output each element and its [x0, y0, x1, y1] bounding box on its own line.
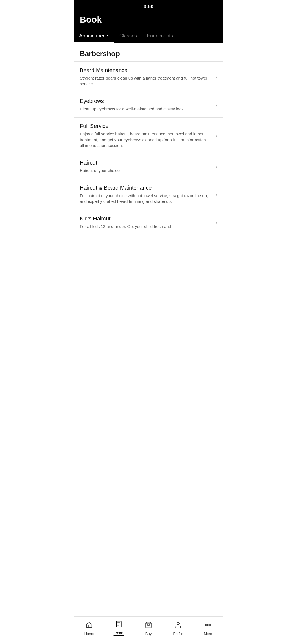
status-time: 3:50	[144, 4, 153, 9]
nav-buy[interactable]: Buy	[134, 620, 163, 637]
profile-icon	[175, 621, 182, 631]
list-item[interactable]: Kid's Haircut For all kids 12 and under.…	[74, 210, 223, 235]
chevron-right-icon: ›	[215, 102, 217, 108]
service-list: Beard Maintenance Straight razor beard c…	[74, 61, 223, 235]
list-item[interactable]: Eyebrows Clean up eyebrows for a well-ma…	[74, 92, 223, 117]
service-name: Kid's Haircut	[80, 215, 211, 222]
header: Book	[74, 12, 223, 29]
list-item[interactable]: Beard Maintenance Straight razor beard c…	[74, 61, 223, 92]
chevron-right-icon: ›	[215, 163, 217, 170]
service-desc: Straight razor beard clean up with a lat…	[80, 75, 211, 87]
book-icon	[115, 621, 122, 630]
main-content: Barbershop Beard Maintenance Straight ra…	[74, 43, 223, 262]
chevron-right-icon: ›	[215, 191, 217, 198]
service-name: Full Service	[80, 123, 211, 129]
svg-rect-0	[116, 621, 121, 627]
nav-more-label: More	[204, 632, 212, 636]
svg-point-5	[177, 622, 180, 625]
service-info: Full Service Enjoy a full service haircu…	[80, 123, 215, 148]
service-desc: For all kids 12 and under. Get your chil…	[80, 223, 211, 229]
nav-profile[interactable]: Profile	[163, 620, 193, 637]
more-icon	[204, 621, 211, 631]
status-bar: 3:50	[74, 0, 223, 12]
nav-home-label: Home	[84, 632, 94, 636]
list-item[interactable]: Haircut Haircut of your choice ›	[74, 154, 223, 179]
service-info: Eyebrows Clean up eyebrows for a well-ma…	[80, 98, 215, 112]
chevron-right-icon: ›	[215, 219, 217, 226]
nav-profile-label: Profile	[173, 632, 183, 636]
nav-home[interactable]: Home	[74, 620, 104, 637]
service-desc: Full haircut of your choice with hot tow…	[80, 193, 211, 204]
list-item[interactable]: Full Service Enjoy a full service haircu…	[74, 117, 223, 154]
service-name: Beard Maintenance	[80, 67, 211, 73]
home-icon	[86, 621, 93, 631]
list-item[interactable]: Haircut & Beard Maintenance Full haircut…	[74, 179, 223, 210]
service-name: Haircut	[80, 160, 211, 166]
active-indicator	[113, 635, 124, 636]
tab-enrollments[interactable]: Enrollments	[142, 29, 178, 43]
chevron-right-icon: ›	[215, 133, 217, 139]
service-info: Haircut Haircut of your choice	[80, 160, 215, 173]
svg-point-6	[205, 624, 206, 625]
service-info: Kid's Haircut For all kids 12 and under.…	[80, 215, 215, 229]
section-title: Barbershop	[74, 43, 223, 61]
service-desc: Enjoy a full service haircut, beard main…	[80, 131, 211, 148]
nav-buy-label: Buy	[145, 632, 152, 636]
svg-point-8	[210, 624, 210, 625]
service-desc: Haircut of your choice	[80, 168, 211, 173]
service-name: Haircut & Beard Maintenance	[80, 185, 211, 191]
page-title: Book	[80, 15, 217, 29]
buy-icon	[145, 621, 152, 631]
nav-book[interactable]: Book	[104, 620, 134, 637]
service-info: Beard Maintenance Straight razor beard c…	[80, 67, 215, 87]
chevron-right-icon: ›	[215, 74, 217, 80]
svg-point-7	[207, 624, 208, 625]
nav-book-label: Book	[115, 631, 123, 635]
tabs-bar: Appointments Classes Enrollments	[74, 29, 223, 43]
nav-more[interactable]: More	[193, 620, 223, 637]
tab-classes[interactable]: Classes	[114, 29, 142, 43]
service-name: Eyebrows	[80, 98, 211, 104]
tab-appointments[interactable]: Appointments	[74, 29, 114, 43]
bottom-nav: Home Book Buy	[74, 616, 223, 644]
service-info: Haircut & Beard Maintenance Full haircut…	[80, 185, 215, 204]
service-desc: Clean up eyebrows for a well-maintained …	[80, 106, 211, 112]
